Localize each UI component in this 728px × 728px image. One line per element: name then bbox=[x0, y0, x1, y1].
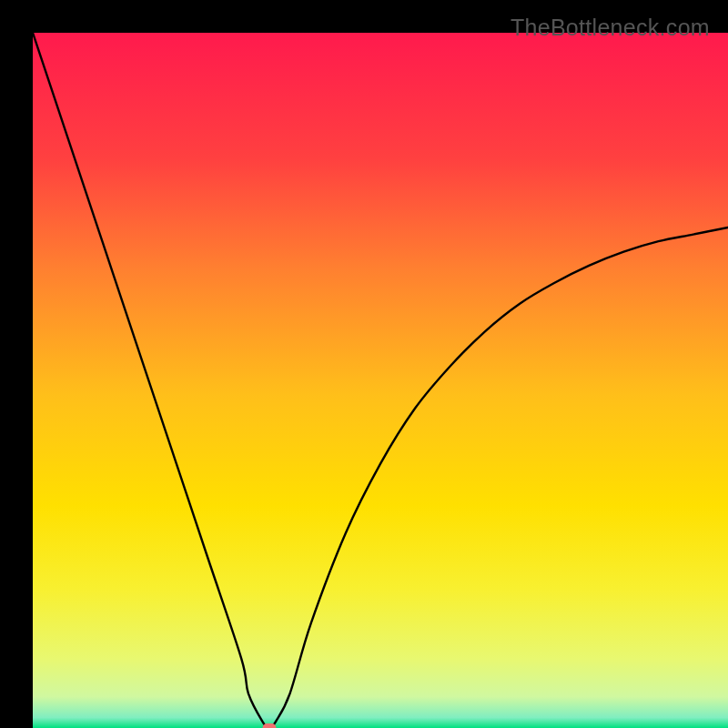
chart-frame: TheBottleneck.com bbox=[0, 0, 728, 728]
optimal-point-marker bbox=[262, 723, 276, 728]
chart-svg bbox=[33, 33, 728, 728]
watermark-text: TheBottleneck.com bbox=[511, 15, 710, 41]
gradient-background bbox=[33, 33, 728, 728]
plot-area bbox=[33, 33, 728, 728]
